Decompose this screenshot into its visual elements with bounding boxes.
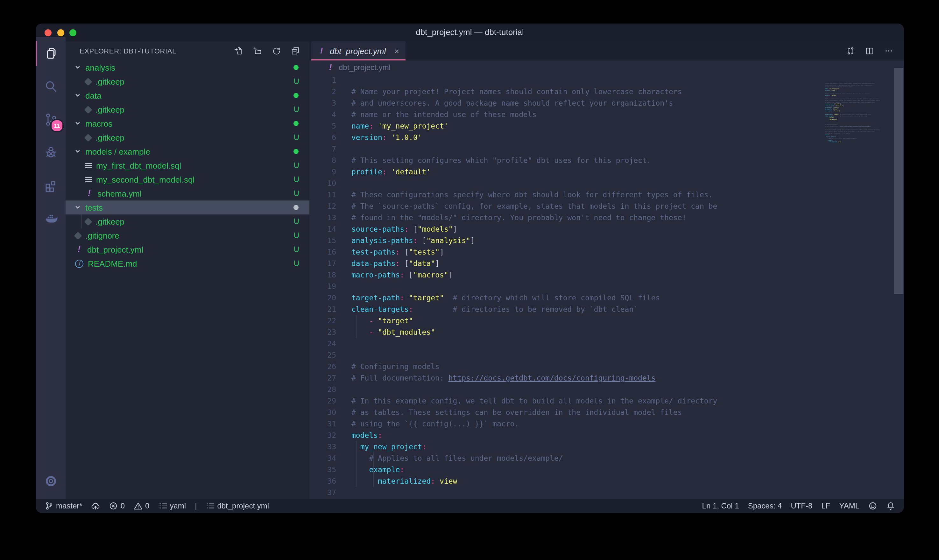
tab-dbt-project-yml[interactable]: ! dbt_project.yml × [311,42,405,60]
status-item[interactable] [91,502,100,510]
tree-item--gitignore[interactable]: .gitignoreU [66,228,309,243]
status-item-dbt-project-yml[interactable]: dbt_project.yml [206,502,269,510]
breadcrumb[interactable]: ! dbt_project.yml [309,60,904,74]
status-item-yaml[interactable]: YAML [839,502,859,510]
line-number: 33 [309,441,336,452]
tree-item-dbt-project-yml[interactable]: !dbt_project.ymlU [66,243,309,257]
source-control-badge: 11 [50,119,64,132]
activity-item-extensions[interactable] [35,169,66,202]
status-item-label: 0 [121,502,125,510]
open-changes-icon [845,46,856,56]
warning-icon [134,502,143,510]
new-folder-button[interactable] [252,46,262,56]
minimap[interactable]: # Name your project! Project names shoul… [825,81,885,157]
close-tab-icon[interactable]: × [394,46,399,56]
git-status-badge: U [294,259,299,268]
readme-info-icon: i [75,259,83,268]
tree-item-readme-md[interactable]: iREADME.mdU [66,257,309,271]
status-item-label: 0 [145,502,149,510]
tree-item--gitkeep[interactable]: .gitkeepU [66,214,309,228]
code-line-30: 30# as tables. These settings can be ove… [309,407,825,418]
line-number: 2 [309,86,336,97]
editor-actions [845,42,904,60]
more-actions-button[interactable] [884,46,894,56]
line-number: 31 [309,418,336,429]
tree-item--gitkeep[interactable]: .gitkeepU [66,103,309,117]
split-editor-button[interactable] [865,46,875,56]
folder-modified-dot [294,205,299,210]
status-item-0[interactable]: 0 [109,502,125,510]
status-item-master-[interactable]: master* [45,502,82,510]
tree-item-data[interactable]: data [66,88,309,103]
status-separator: | [195,502,197,510]
folder-modified-dot [294,93,299,98]
tree-item-label: schema.yml [97,189,142,198]
explorer-header: EXPLORER: DBT-TUTORIAL [80,42,176,60]
status-item-lf[interactable]: LF [821,502,830,510]
tree-item-macros[interactable]: macros [66,117,309,131]
activity-item-settings[interactable] [35,465,66,498]
tree-item-label: my_first_dbt_model.sql [96,161,181,170]
line-number: 8 [309,155,336,166]
tree-item-label: .gitkeep [95,133,125,142]
status-left: master*00yaml|dbt_project.yml [45,502,269,510]
activity-item-explorer[interactable] [35,37,66,70]
git-file-icon [84,133,92,141]
code-line-18: 18macro-paths: ["macros"] [309,269,825,281]
tree-item-my-first-dbt-model-sql[interactable]: my_first_dbt_model.sqlU [66,158,309,172]
status-item-utf-8[interactable]: UTF-8 [791,502,812,510]
tree-item--gitkeep[interactable]: .gitkeepU [66,74,309,88]
git-status-badge: U [294,189,299,198]
code-line-20: 20target-path: "target" # directory whic… [309,292,825,303]
code-line-35: 35 example: [309,464,825,475]
git-status-badge: U [294,133,299,142]
folder-modified-dot [294,149,299,154]
breadcrumb-label: dbt_project.yml [339,63,391,72]
code-line-29: 29# In this example config, we tell dbt … [309,395,825,407]
code-line-33: 33 my_new_project: [309,441,825,452]
activity-item-source-control[interactable]: 11 [35,103,66,136]
activity-item-docker[interactable] [35,202,66,235]
tree-indent-guide [81,214,82,228]
git-status-badge: U [294,231,299,240]
vertical-scrollbar[interactable] [894,68,904,294]
status-item-yaml[interactable]: yaml [158,502,186,510]
activity-item-debug[interactable] [35,136,66,169]
tree-item-label: macros [85,119,112,128]
tree-item-models-example[interactable]: models / example [66,145,309,158]
git-file-icon [84,77,92,85]
status-item[interactable] [868,502,877,510]
line-number: 12 [309,200,336,212]
status-item-spaces-4[interactable]: Spaces: 4 [748,502,782,510]
refresh-button[interactable] [271,46,282,56]
code-line-8: 8# This setting configures which "profil… [309,155,825,166]
line-number: 3 [309,97,336,109]
status-item-ln-1-col-1[interactable]: Ln 1, Col 1 [702,502,739,510]
open-changes-button[interactable] [845,46,856,56]
code-line-21: 21clean-targets: # directories to be rem… [309,303,825,315]
status-item[interactable] [886,502,895,510]
line-number: 28 [309,384,336,395]
explorer-icon [43,46,58,61]
activity-item-search[interactable] [35,70,66,103]
new-file-button[interactable] [233,46,243,56]
code-line-11: 11# These configurations specify where d… [309,189,825,200]
line-number: 17 [309,258,336,269]
tree-item-tests[interactable]: tests [66,200,309,214]
code-line-24: 24 [309,338,825,349]
line-number: 22 [309,315,336,326]
code-line-25: 25 [309,349,825,361]
line-number: 34 [309,452,336,464]
tree-item-schema-yml[interactable]: !schema.ymlU [66,186,309,200]
status-item-0[interactable]: 0 [134,502,149,510]
chevron-down-icon [74,64,81,71]
tree-item--gitkeep[interactable]: .gitkeepU [66,131,309,145]
line-number: 24 [309,338,336,349]
code-line-5: 5name: 'my_new_project' [309,120,825,132]
tree-item-analysis[interactable]: analysis [66,60,309,74]
collapse-all-icon [290,46,300,56]
collapse-all-button[interactable] [290,46,300,56]
git-file-icon [84,217,92,225]
tree-item-my-second-dbt-model-sql[interactable]: my_second_dbt_model.sqlU [66,172,309,186]
code-editor[interactable]: 12# Name your project! Project names sho… [309,74,825,499]
